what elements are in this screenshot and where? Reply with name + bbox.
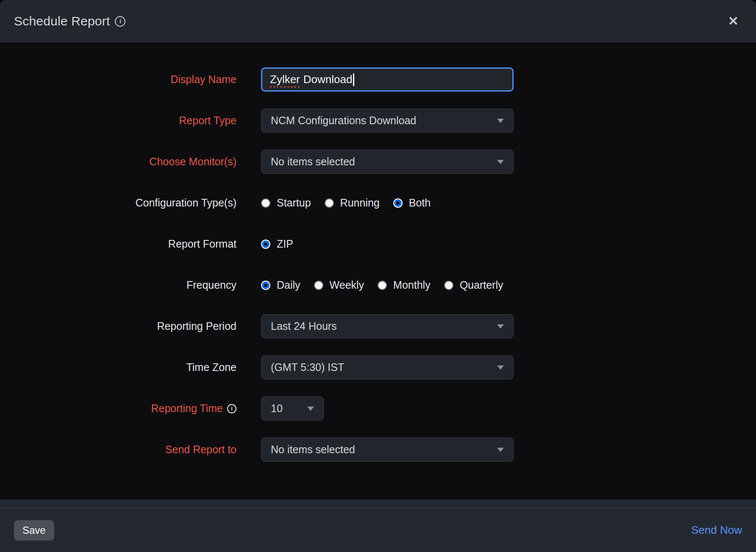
row-time-zone: Time Zone (GMT 5:30) IST — [0, 355, 756, 379]
configuration-types-label: Configuration Type(s) — [0, 197, 236, 209]
dialog-header: Schedule Report i ✕ — [0, 0, 756, 42]
radio-selected-icon — [261, 240, 270, 249]
frequency-radio-group: Daily Weekly Monthly Quarterly — [261, 279, 503, 291]
info-icon[interactable]: i — [115, 16, 125, 27]
chevron-down-icon — [307, 407, 314, 411]
reporting-period-value: Last 24 Hours — [271, 320, 337, 332]
chevron-down-icon — [497, 365, 504, 370]
reporting-time-label: Reporting Time i — [0, 402, 236, 415]
send-now-link[interactable]: Send Now — [691, 524, 742, 537]
text-cursor — [353, 73, 354, 86]
choose-monitors-select[interactable]: No items selected — [261, 150, 514, 174]
reporting-period-select[interactable]: Last 24 Hours — [261, 314, 514, 338]
radio-icon — [378, 281, 387, 290]
choose-monitors-value: No items selected — [271, 156, 355, 168]
row-report-type: Report Type NCM Configurations Download — [0, 109, 756, 133]
send-report-to-label: Send Report to — [0, 443, 236, 456]
radio-daily[interactable]: Daily — [261, 279, 300, 291]
chevron-down-icon — [497, 160, 504, 164]
input-text: Download — [303, 73, 353, 86]
radio-zip[interactable]: ZIP — [261, 238, 293, 250]
row-reporting-period: Reporting Period Last 24 Hours — [0, 314, 756, 338]
row-configuration-types: Configuration Type(s) Startup Running Bo… — [0, 191, 756, 215]
chevron-down-icon — [497, 324, 504, 329]
input-text-misspelled: Zylker — [270, 73, 300, 86]
display-name-input[interactable]: ZylkerDownload — [261, 67, 514, 92]
radio-icon — [444, 281, 453, 290]
report-type-label: Report Type — [0, 114, 236, 127]
radio-both[interactable]: Both — [393, 197, 431, 209]
row-report-format: Report Format ZIP — [0, 232, 756, 256]
display-name-label: Display Name — [0, 73, 236, 86]
radio-icon — [325, 198, 334, 208]
row-reporting-time: Reporting Time i 10 — [0, 396, 756, 421]
report-format-label: Report Format — [0, 238, 236, 250]
info-icon[interactable]: i — [227, 404, 236, 413]
radio-startup[interactable]: Startup — [261, 197, 311, 209]
report-format-radio-group: ZIP — [261, 238, 293, 250]
footer-divider — [0, 499, 756, 508]
frequency-label: Frequency — [0, 279, 236, 291]
radio-selected-icon — [393, 198, 403, 208]
report-type-value: NCM Configurations Download — [271, 114, 416, 127]
time-zone-select[interactable]: (GMT 5:30) IST — [261, 355, 514, 379]
radio-monthly[interactable]: Monthly — [378, 279, 431, 291]
choose-monitors-label: Choose Monitor(s) — [0, 156, 236, 168]
close-icon[interactable]: ✕ — [725, 13, 742, 29]
send-report-to-select[interactable]: No items selected — [261, 438, 514, 462]
chevron-down-icon — [497, 119, 504, 123]
save-button[interactable]: Save — [14, 520, 54, 541]
dialog-body: Display Name ZylkerDownload Report Type … — [0, 42, 756, 499]
row-choose-monitors: Choose Monitor(s) No items selected — [0, 150, 756, 174]
time-zone-label: Time Zone — [0, 361, 236, 374]
reporting-period-label: Reporting Period — [0, 320, 236, 332]
radio-running[interactable]: Running — [325, 197, 380, 209]
dialog-footer: Save Send Now — [0, 499, 756, 552]
radio-quarterly[interactable]: Quarterly — [444, 279, 503, 291]
row-frequency: Frequency Daily Weekly Monthly — [0, 273, 756, 297]
radio-icon — [261, 198, 270, 208]
radio-selected-icon — [261, 281, 270, 290]
reporting-time-select[interactable]: 10 — [261, 396, 324, 421]
report-type-select[interactable]: NCM Configurations Download — [261, 109, 514, 133]
radio-icon — [314, 281, 323, 290]
dialog-title: Schedule Report — [14, 14, 110, 28]
send-report-to-value: No items selected — [271, 443, 355, 456]
schedule-report-dialog: Schedule Report i ✕ Display Name ZylkerD… — [0, 0, 756, 552]
radio-weekly[interactable]: Weekly — [314, 279, 364, 291]
reporting-time-value: 10 — [271, 402, 283, 415]
row-send-report-to: Send Report to No items selected — [0, 438, 756, 462]
time-zone-value: (GMT 5:30) IST — [271, 361, 344, 374]
chevron-down-icon — [497, 448, 504, 452]
row-display-name: Display Name ZylkerDownload — [0, 67, 756, 92]
configuration-types-radio-group: Startup Running Both — [261, 197, 431, 209]
